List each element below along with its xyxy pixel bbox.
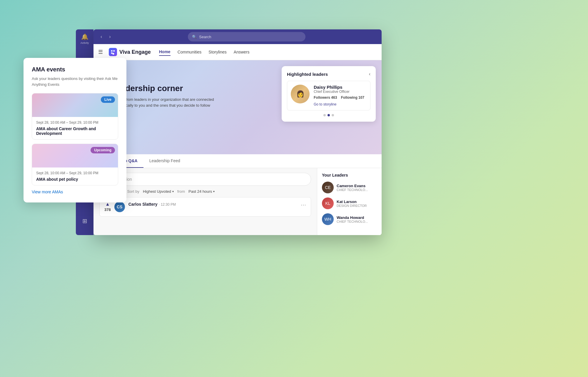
nav-home[interactable]: Home [159,48,171,56]
ama-live-banner: Live [32,93,118,117]
nav-answers[interactable]: Answers [234,48,250,56]
ama-live-title: AMA about Career Growth and Development [36,126,114,136]
sidebar-leader-info-kat: Kat Larson DESIGN DIRECTOR [337,200,367,207]
sidebar-leader-info-wanda: Wanda Howard CHIEF TECHNOLO... [337,215,368,223]
tabs-section: Leadership Q&A Leadership Feed [93,154,382,168]
ama-event-upcoming[interactable]: Upcoming Sept 28, 10:00 AM – Sept 29, 10… [32,144,118,185]
nav-back-button[interactable]: ‹ [98,33,104,41]
highlighted-leaders-card: Highlighted leaders ‹ 👩 Daisy Phillips C… [282,66,376,122]
leaders-dots [287,114,370,116]
ask-question-input[interactable]: Ask a question [99,173,311,186]
grid-icon[interactable]: ⊞ [79,216,90,226]
tab-leadership-feed[interactable]: Leadership Feed [143,154,186,168]
followers-label: Followers [314,95,330,100]
ama-live-badge: Live [101,96,115,103]
ama-title: AMA events [32,66,118,73]
ama-subtitle: Ask your leaders questions by visiting t… [32,76,118,87]
hero-title: Leadership corner [111,84,223,93]
sidebar-avatar-cameron: CE [322,182,334,193]
nav-forward-button[interactable]: › [107,33,113,41]
sidebar-leader-kat: KL Kat Larson DESIGN DIRECTOR [322,197,377,209]
filter-bar: All questions ▾ Sort by Highest Upvoted … [99,189,311,194]
go-storyline-link[interactable]: Go to storyline [314,102,336,106]
ama-event-live[interactable]: Live Sept 28, 10:00 AM – Sept 29, 10:00 … [32,93,118,140]
browser-window: ‹ › 🔍 Search ☰ Viva Engage Home Communit… [93,29,382,235]
activity-icon[interactable]: 🔔 Activity [79,33,90,44]
main-content: Ask a question All questions ▾ Sort by H… [93,168,382,235]
sidebar-leader-cameron: CE Cameron Evans CHIEF TECHNOLO... [322,182,377,193]
post-time: · 12:30 PM [159,202,176,207]
sort-value: Highest Upvoted [143,189,171,194]
leader-stats: Followers 463 Following 107 [314,95,364,100]
search-text: Search [199,35,211,39]
view-more-amas-link[interactable]: View more AMAs [32,190,118,194]
post-more-button[interactable]: ⋯ [301,202,306,208]
logo-area: Viva Engage [109,48,151,56]
sidebar-avatar-wanda: WH [322,213,334,225]
nav-links: Home Communities Storylines Answers [159,48,250,56]
dot-3[interactable] [332,114,334,116]
ama-upcoming-badge: Upcoming [91,147,115,153]
leaders-card-header: Highlighted leaders ‹ [287,71,370,77]
logo-text: Viva Engage [119,49,151,55]
nav-storylines[interactable]: Storylines [208,48,226,56]
followers-count: 463 [331,95,337,100]
dot-1[interactable] [323,114,326,116]
activity-label: Activity [81,41,89,44]
post-votes: ▲ 378 [104,202,111,212]
ama-upcoming-info: Sept 28, 10:00 AM – Sept 29, 10:00 PM AM… [32,167,118,185]
leader-item: 👩 Daisy Phillips Chief Executive Officer… [287,81,370,110]
sidebar-leader-role-cameron: CHIEF TECHNOLO... [337,188,368,192]
hamburger-button[interactable]: ☰ [98,49,103,55]
search-bar[interactable]: 🔍 Search [188,32,305,41]
ama-live-info: Sept 28, 10:00 AM – Sept 29, 10:00 PM AM… [32,117,118,139]
sidebar-leader-role-kat: DESIGN DIRECTOR [337,204,367,207]
ama-upcoming-title: AMA about pet policy [36,177,114,182]
sidebar-leader-wanda: WH Wanda Howard CHIEF TECHNOLO... [322,213,377,225]
leaders-card-title: Highlighted leaders [287,72,328,77]
sidebar-leader-info-cameron: Cameron Evans CHIEF TECHNOLO... [337,184,368,192]
sidebar-leader-name-kat: Kat Larson [337,200,367,204]
time-arrow: ▾ [213,190,215,193]
post-item: ▲ 378 CS Carlos Slattery · 12:30 PM ⋯ [99,197,311,217]
post-author: Carlos Slattery [128,202,158,207]
time-dropdown[interactable]: Past 24 hours ▾ [188,189,215,194]
logo-icon [109,48,117,56]
ama-popup: AMA events Ask your leaders questions by… [24,58,126,202]
ama-live-date: Sept 28, 10:00 AM – Sept 29, 10:00 PM [36,120,114,125]
hero-content: Leadership corner Content from leaders i… [111,84,223,108]
following-count: 107 [358,95,364,100]
nav-arrows: ‹ › [98,33,113,41]
ama-upcoming-date: Sept 28, 10:00 AM – Sept 29, 10:00 PM [36,171,114,175]
feed-area: Ask a question All questions ▾ Sort by H… [93,168,317,235]
nav-bar: ☰ Viva Engage Home Communities Storyline… [93,44,382,60]
post-meta: Carlos Slattery · 12:30 PM [128,202,297,207]
sidebar-avatar-kat: KL [322,197,334,209]
following-label: Following [341,95,358,100]
leaders-card-close-button[interactable]: ‹ [369,71,370,77]
nav-communities[interactable]: Communities [178,48,202,56]
sidebar-leader-role-wanda: CHIEF TECHNOLO... [337,220,368,223]
dot-2[interactable] [328,114,330,116]
time-value: Past 24 hours [188,189,212,194]
sort-arrow: ▾ [172,190,174,193]
leader-name: Daisy Phillips [314,85,364,90]
hero-section: Leadership corner Content from leaders i… [93,60,382,154]
leader-avatar: 👩 [291,85,310,103]
title-bar: ‹ › 🔍 Search [93,29,382,44]
leader-title: Chief Executive Officer [314,90,364,94]
sort-dropdown[interactable]: Highest Upvoted ▾ [143,189,174,194]
leader-info: Daisy Phillips Chief Executive Officer F… [314,85,364,107]
your-leaders-title: Your Leaders [322,173,377,177]
hero-subtitle: Content from leaders in your organizatio… [111,97,223,108]
post-avatar: CS [114,202,125,212]
sidebar-leader-name-cameron: Cameron Evans [337,184,368,188]
ama-upcoming-banner: Upcoming [32,144,118,167]
sidebar-leader-name-wanda: Wanda Howard [337,215,368,220]
search-icon: 🔍 [192,35,197,39]
vote-count: 378 [104,207,111,212]
sort-by-label: Sort by [127,189,139,194]
from-label: from [177,189,185,194]
your-leaders-sidebar: Your Leaders CE Cameron Evans CHIEF TECH… [317,168,382,235]
